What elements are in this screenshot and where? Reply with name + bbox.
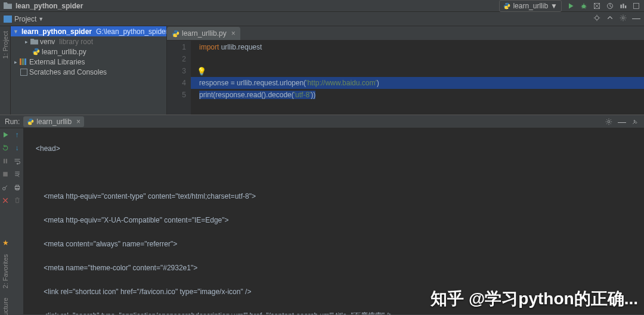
concurrency-icon[interactable] — [619, 2, 627, 10]
project-root-name: learn_python_spider — [21, 27, 92, 36]
python-icon — [172, 30, 179, 38]
console-output[interactable]: <head> <meta http-equiv="content-type" c… — [24, 128, 644, 314]
svg-rect-12 — [4, 159, 5, 163]
line-number: 1 — [167, 41, 186, 53]
rerun-last-button[interactable] — [1, 144, 10, 152]
line-number: 3 — [167, 65, 186, 77]
line-number: 4 — [167, 77, 186, 89]
close-icon[interactable]: × — [231, 29, 236, 38]
scroll-to-end-icon[interactable] — [13, 170, 21, 178]
chevron-down-icon[interactable]: ▼ — [38, 16, 44, 22]
rerun-button[interactable] — [1, 131, 10, 139]
favorites-star-icon[interactable]: ★ — [2, 239, 9, 247]
locate-icon[interactable] — [593, 14, 601, 22]
left-bottom-toolwindows: ★ 2: Favorites 2: Structure — [0, 239, 11, 315]
scratches-label: Scratches and Consoles — [29, 68, 107, 76]
external-libraries-label: External Libraries — [29, 58, 85, 66]
chevron-right-icon[interactable]: ▸ — [13, 59, 18, 65]
pin-icon[interactable] — [631, 118, 639, 126]
structure-tab[interactable]: 2: Structure — [2, 298, 9, 315]
console-line: <meta http-equiv="X-UA-Compatible" conte… — [36, 216, 229, 224]
print-icon[interactable] — [13, 183, 21, 192]
project-tree[interactable]: ▼ learn_python_spider G:\lean_python_spi… — [11, 26, 167, 115]
editor-tabs: learn_urllib.py × — [167, 26, 644, 41]
stop-button[interactable] — [1, 170, 10, 178]
svg-rect-13 — [6, 159, 7, 163]
svg-rect-6 — [623, 4, 624, 8]
watermark: 知乎 @学习python的正确... — [431, 288, 638, 310]
step-down-icon[interactable]: ↓ — [13, 144, 21, 152]
gutter: 1 2 3 4 5 — [167, 41, 191, 115]
run-toolwindow: Run: learn_urllib × — ↑ ↓ <h — [0, 115, 644, 314]
code-area[interactable]: 💡 import urllib.request response = urlli… — [191, 41, 644, 115]
editor-body[interactable]: 1 2 3 4 5 💡 import urllib.request respon… — [167, 41, 644, 115]
profile-button[interactable] — [606, 2, 614, 10]
debug-button[interactable] — [580, 2, 588, 10]
venv-name: venv — [40, 38, 55, 46]
gear-icon[interactable] — [619, 14, 627, 22]
project-root-node[interactable]: ▼ learn_python_spider G:\lean_python_spi… — [11, 26, 166, 36]
chevron-down-icon[interactable]: ▼ — [13, 29, 18, 35]
project-view-label[interactable]: Project — [14, 15, 36, 23]
search-everywhere-icon[interactable] — [632, 2, 640, 10]
token-keyword: import — [199, 43, 219, 51]
collapse-icon[interactable] — [606, 14, 614, 22]
svg-rect-17 — [16, 185, 18, 186]
console-line: <meta content="always" name="referrer"> — [36, 240, 177, 248]
token-text: print(response.read().decode( — [199, 91, 294, 99]
title-bar: lean_python_spider learn_urllib ▼ — [0, 0, 644, 12]
softwrap-icon[interactable] — [13, 157, 21, 165]
breadcrumb-bar: Project ▼ — — [0, 12, 644, 26]
file-name: learn_urllib.py — [42, 48, 86, 56]
run-config-selector[interactable]: learn_urllib ▼ — [499, 0, 562, 12]
run-tab-label: learn_urllib — [36, 118, 72, 126]
token-text: urllib.request — [219, 43, 262, 51]
step-up-icon[interactable]: ↑ — [13, 131, 21, 139]
editor-tab-label: learn_urllib.py — [182, 29, 227, 38]
coverage-button[interactable] — [593, 2, 601, 10]
svg-rect-14 — [3, 172, 8, 177]
external-libraries-node[interactable]: ▸ External Libraries — [11, 57, 166, 67]
svg-point-9 — [595, 16, 599, 20]
window-title: lean_python_spider — [16, 2, 83, 10]
left-gutter-toolwindows: 1: Project — [0, 26, 11, 115]
gear-icon[interactable] — [605, 118, 613, 126]
intention-bulb-icon[interactable]: 💡 — [197, 66, 206, 78]
scratches-node[interactable]: Scratches and Consoles — [11, 67, 166, 77]
svg-point-2 — [582, 4, 586, 8]
venv-node[interactable]: ▸ venv library root — [11, 36, 166, 47]
hide-icon[interactable]: — — [632, 14, 640, 22]
close-icon[interactable]: × — [76, 118, 80, 126]
chevron-right-icon[interactable]: ▸ — [24, 39, 29, 45]
token-string: 'http://www.baidu.com' — [306, 79, 377, 87]
file-node[interactable]: learn_urllib.py — [11, 47, 166, 57]
editor: learn_urllib.py × 1 2 3 4 5 💡 import url… — [167, 26, 644, 115]
run-tab[interactable]: learn_urllib × — [23, 116, 84, 127]
trash-icon[interactable] — [13, 196, 21, 205]
run-side-actions-2: ↑ ↓ — [11, 128, 24, 314]
pause-button[interactable] — [1, 157, 10, 165]
console-line: <link rel="shortcut icon" href="/favicon… — [36, 288, 251, 296]
favorites-tab[interactable]: 2: Favorites — [2, 254, 9, 288]
run-button[interactable] — [566, 2, 575, 10]
python-icon — [503, 2, 510, 10]
project-root-path: G:\lean_python_spider — [96, 27, 167, 36]
console-line: <meta name="theme-color" content="#2932e… — [36, 264, 197, 272]
svg-point-11 — [608, 121, 610, 123]
python-icon — [32, 48, 40, 55]
console-line: <head> — [36, 144, 60, 153]
project-view-icon — [4, 16, 12, 23]
token-text: ) — [377, 79, 379, 87]
line-number: 2 — [167, 53, 186, 65]
close-button[interactable] — [1, 196, 10, 205]
run-header: Run: learn_urllib × — — [0, 115, 644, 128]
chevron-down-icon: ▼ — [550, 2, 558, 10]
run-config-name: learn_urllib — [513, 2, 548, 10]
editor-tab-active[interactable]: learn_urllib.py × — [167, 27, 240, 40]
line-number: 5 — [167, 89, 186, 101]
svg-point-0 — [506, 3, 506, 4]
svg-point-10 — [622, 17, 624, 19]
attach-icon[interactable] — [1, 183, 10, 192]
project-toolwindow-tab[interactable]: 1: Project — [2, 31, 9, 58]
hide-icon[interactable]: — — [618, 118, 626, 126]
